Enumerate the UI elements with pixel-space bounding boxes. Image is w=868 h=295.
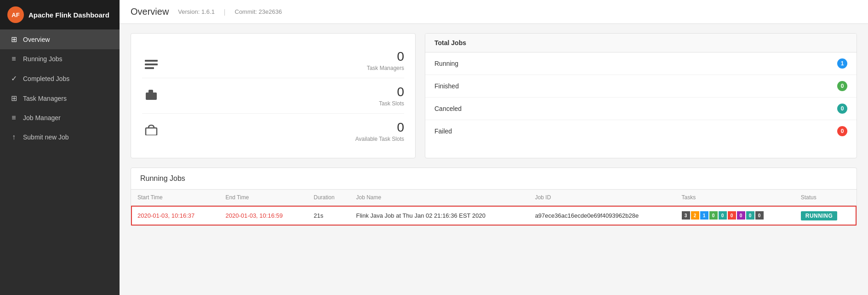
sidebar-label-running-jobs: Running Jobs (23, 55, 63, 63)
jobs-failed-badge: 0 (837, 126, 847, 136)
task-slots-value: 0 (170, 85, 404, 99)
cell-job-name: Flink Java Job at Thu Jan 02 21:16:36 ES… (349, 206, 528, 226)
version-label: Version: 1.6.1 (178, 8, 215, 15)
panels-row: 0 Task Managers 0 Task Slots (131, 33, 857, 158)
svg-text:AF: AF (11, 12, 19, 18)
jobs-finished-badge: 0 (837, 81, 847, 91)
sidebar-item-task-managers[interactable]: ⊞ Task Managers (0, 88, 120, 108)
jobs-running-label: Running (434, 60, 837, 67)
commit-label: Commit: 23e2636 (235, 8, 282, 15)
sidebar-label-job-manager: Job Manager (23, 114, 61, 121)
running-jobs-icon: ≡ (9, 55, 18, 63)
task-block: 3 (682, 211, 690, 220)
task-block: 1 (700, 211, 708, 220)
task-managers-stat-info: 0 Task Managers (170, 49, 404, 71)
sidebar-item-running-jobs[interactable]: ≡ Running Jobs (0, 49, 120, 69)
table-row[interactable]: 2020-01-03, 10:16:37 2020-01-03, 10:16:5… (131, 206, 857, 226)
status-badge: RUNNING (801, 211, 838, 220)
sidebar-label-submit-job: Submit new Job (23, 133, 69, 141)
cell-tasks: 321000000 (675, 206, 794, 226)
available-slots-label: Available Task Slots (170, 136, 404, 142)
running-jobs-section: Running Jobs Start Time End Time Duratio… (131, 168, 857, 226)
task-block: 0 (737, 211, 745, 220)
available-slots-stat-info: 0 Available Task Slots (170, 120, 404, 142)
task-slots-label: Task Slots (170, 100, 404, 107)
completed-jobs-icon: ✓ (9, 74, 18, 83)
task-block: 2 (691, 211, 699, 220)
submit-job-icon: ↑ (9, 133, 18, 141)
jobs-failed-label: Failed (434, 127, 837, 135)
cell-job-id: a97ece36ac16ecde0e69f4093962b28e (529, 206, 675, 226)
sidebar-label-overview: Overview (23, 36, 50, 43)
svg-rect-4 (146, 128, 157, 135)
running-jobs-title: Running Jobs (131, 168, 857, 190)
job-manager-icon: ≡ (9, 114, 18, 122)
app-title: Apache Flink Dashboard (29, 11, 109, 19)
col-status: Status (794, 190, 857, 206)
col-start-time: Start Time (131, 190, 219, 206)
cell-duration: 21s (307, 206, 349, 226)
sidebar-label-task-managers: Task Managers (23, 95, 67, 102)
content-area: 0 Task Managers 0 Task Slots (120, 24, 868, 295)
col-job-id: Job ID (529, 190, 675, 206)
col-tasks: Tasks (675, 190, 794, 206)
jobs-failed-row: Failed 0 (425, 120, 857, 142)
task-block: 0 (709, 211, 718, 220)
task-block: 0 (719, 211, 727, 220)
cell-end-time: 2020-01-03, 10:16:59 (219, 206, 308, 226)
table-header-row: Start Time End Time Duration Job Name Jo… (131, 190, 857, 206)
available-slots-stat: 0 Available Task Slots (142, 114, 404, 149)
page-title: Overview (131, 6, 169, 17)
running-jobs-tbody: 2020-01-03, 10:16:37 2020-01-03, 10:16:5… (131, 206, 857, 226)
task-managers-stat: 0 Task Managers (142, 43, 404, 78)
task-slots-stat-icon (142, 89, 160, 103)
sidebar-header: AF Apache Flink Dashboard (0, 0, 120, 29)
jobs-summary-panel: Total Jobs Running 1 Finished 0 Canceled… (425, 33, 857, 158)
jobs-summary-header: Total Jobs (425, 34, 857, 52)
sidebar-item-completed-jobs[interactable]: ✓ Completed Jobs (0, 69, 120, 88)
task-managers-icon: ⊞ (9, 94, 18, 103)
svg-rect-2 (146, 93, 157, 100)
tasks-cell: 321000000 (682, 211, 788, 220)
sidebar-item-submit-job[interactable]: ↑ Submit new Job (0, 127, 120, 147)
jobs-canceled-badge: 0 (837, 104, 847, 114)
col-end-time: End Time (219, 190, 308, 206)
jobs-running-row: Running 1 (425, 52, 857, 75)
jobs-finished-label: Finished (434, 82, 837, 90)
topbar-sep: | (224, 8, 226, 16)
task-slots-stat-info: 0 Task Slots (170, 85, 404, 107)
cell-start-time: 2020-01-03, 10:16:37 (131, 206, 219, 226)
sidebar: AF Apache Flink Dashboard ⊞ Overview ≡ R… (0, 0, 120, 295)
task-managers-stat-icon (142, 52, 160, 69)
overview-icon: ⊞ (9, 35, 18, 44)
running-jobs-table-container: Start Time End Time Duration Job Name Jo… (131, 190, 857, 226)
jobs-finished-row: Finished 0 (425, 75, 857, 98)
task-slots-stat: 0 Task Slots (142, 78, 404, 114)
svg-rect-3 (148, 90, 153, 93)
task-managers-label: Task Managers (170, 65, 404, 71)
app-logo: AF (7, 6, 24, 23)
running-jobs-table: Start Time End Time Duration Job Name Jo… (131, 190, 857, 226)
sidebar-label-completed-jobs: Completed Jobs (23, 75, 69, 82)
jobs-canceled-row: Canceled 0 (425, 98, 857, 120)
main-content: Overview Version: 1.6.1 | Commit: 23e263… (120, 0, 868, 295)
sidebar-item-overview[interactable]: ⊞ Overview (0, 29, 120, 49)
task-block: 0 (746, 211, 754, 220)
col-duration: Duration (307, 190, 349, 206)
col-job-name: Job Name (349, 190, 528, 206)
available-slots-stat-icon (142, 124, 160, 138)
jobs-canceled-label: Canceled (434, 105, 837, 112)
topbar: Overview Version: 1.6.1 | Commit: 23e263… (120, 0, 868, 24)
stats-panel: 0 Task Managers 0 Task Slots (131, 33, 416, 158)
task-managers-value: 0 (170, 49, 404, 64)
jobs-running-badge: 1 (837, 58, 847, 69)
task-block: 0 (755, 211, 764, 220)
task-block: 0 (728, 211, 736, 220)
cell-status: RUNNING (794, 206, 857, 226)
available-slots-value: 0 (170, 120, 404, 135)
sidebar-item-job-manager[interactable]: ≡ Job Manager (0, 108, 120, 127)
